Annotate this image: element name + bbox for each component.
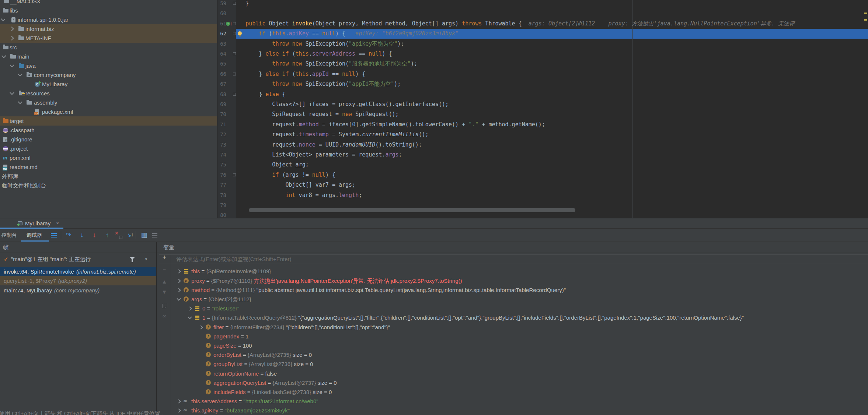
tree-chevron-icon[interactable] — [175, 276, 183, 285]
variable-row[interactable]: fincludeFields = {LinkedHashSet@2738} si… — [198, 387, 332, 397]
tab-console[interactable]: 控制台 — [1, 229, 17, 242]
override-method-icon[interactable]: ↑ — [226, 22, 230, 26]
view-menu-icon[interactable] — [49, 229, 59, 242]
line-number[interactable]: 62 — [217, 29, 226, 39]
thread-selector[interactable]: ✓ "main"@1 在组 "main": 正在运行 ▼ — [0, 254, 156, 264]
evaluate-expression-icon[interactable]: ▦ — [139, 229, 149, 242]
tree-chevron-icon[interactable] — [175, 406, 183, 415]
drop-frame-icon[interactable]: × — [114, 229, 124, 242]
add-watch-icon[interactable]: + — [160, 254, 169, 261]
watch-input[interactable]: 评估表达式(Enter)或添加监视(Ctrl+Shift+Enter) — [159, 254, 868, 264]
project-tree-item[interactable]: .gitignore — [0, 135, 217, 144]
variable-row[interactable]: freturnOptionName = false — [198, 369, 277, 378]
variable-row[interactable]: ∞this.apiKey = "b6f2a9qmj026zs3mi85yk" — [175, 406, 290, 415]
line-number[interactable]: 66 — [217, 69, 226, 79]
frame-row[interactable]: invoke:64, SpiRemoteInvoke(informat.biz.… — [0, 267, 156, 276]
copy-icon[interactable] — [162, 304, 166, 308]
variable-row[interactable]: fpageSize = 100 — [198, 341, 252, 350]
tree-chevron-icon[interactable] — [175, 397, 183, 406]
line-number[interactable]: 60 — [217, 8, 226, 18]
line-number[interactable]: 67 — [217, 79, 226, 89]
frame-row[interactable]: queryList:-1, $Proxy7(jdk.proxy2) — [0, 276, 156, 285]
code-line[interactable]: 60 — [217, 8, 868, 18]
code-line[interactable]: 64 } else if (this.serverAddress == null… — [217, 49, 868, 59]
project-tree-item[interactable]: resources — [0, 89, 217, 98]
line-number[interactable]: 61 — [217, 19, 226, 29]
variable-row[interactable]: fpageIndex = 1 — [198, 332, 249, 341]
line-number[interactable]: 72 — [217, 130, 226, 140]
project-tree-item[interactable]: main — [0, 52, 217, 61]
force-step-into-icon[interactable]: ↓ — [89, 229, 100, 242]
line-number[interactable]: 70 — [217, 109, 226, 119]
tree-chevron-icon[interactable] — [175, 295, 183, 304]
line-number[interactable]: 69 — [217, 99, 226, 109]
project-tree-item[interactable]: __MACOSX — [0, 0, 217, 6]
code-line[interactable]: 66 } else if (this.appId == null) { — [217, 69, 868, 79]
dismiss-status-icon[interactable]: × — [204, 410, 207, 415]
code-line[interactable]: 77 Object[] var7 = args; — [217, 180, 868, 190]
show-watches-icon[interactable]: ∞ — [160, 313, 169, 319]
line-number[interactable]: 79 — [217, 200, 226, 210]
variable-row[interactable]: forderByList = {ArrayList@2735} size = 0 — [198, 350, 312, 359]
variable-row[interactable]: pargs = {Object[2]@1112} — [175, 295, 251, 304]
code-line[interactable]: 74 List<Object> parameters = request.arg… — [217, 150, 868, 160]
line-number[interactable]: 73 — [217, 140, 226, 150]
run-to-cursor-icon[interactable]: ↘I — [125, 229, 135, 242]
tree-chevron-icon[interactable] — [175, 267, 183, 276]
filter-funnel-icon[interactable] — [130, 257, 135, 260]
move-down-icon[interactable]: ▼ — [160, 289, 169, 295]
line-number[interactable]: 75 — [217, 160, 226, 170]
tree-chevron-icon[interactable] — [187, 313, 194, 322]
tree-chevron-icon[interactable] — [175, 285, 183, 295]
frame-row[interactable]: main:74, MyLibaray(com.mycompany) — [0, 286, 156, 295]
project-tree-item[interactable]: mpom.xml — [0, 153, 217, 162]
variable-row[interactable]: 1 = {InformatTableRecordQuery@812} "{"ag… — [187, 313, 744, 322]
project-tree-item[interactable]: CMyLibaray — [0, 80, 217, 89]
remove-watch-icon[interactable]: − — [160, 266, 169, 272]
line-number[interactable]: 77 — [217, 180, 226, 190]
variable-row[interactable]: pmethod = {Method@1111} "public abstract… — [175, 285, 566, 295]
project-tree-item[interactable]: com.mycompany — [0, 70, 217, 80]
project-tree-item[interactable]: 临时文件和控制台 — [0, 181, 217, 190]
code-line[interactable]: 69 Class<?>[] ifaces = proxy.getClass().… — [217, 99, 868, 109]
code-line[interactable]: 65 throw new SpiException("服务器的地址不能为空"); — [217, 59, 868, 69]
code-line[interactable]: 59 } — [217, 0, 868, 8]
project-tree-item[interactable]: 外部库 — [0, 172, 217, 181]
project-tree-item[interactable]: libs — [0, 6, 217, 15]
layout-settings-icon[interactable] — [150, 229, 160, 242]
project-tree-item[interactable]: target — [0, 116, 217, 126]
line-number[interactable]: 65 — [217, 59, 226, 69]
project-tree-item[interactable]: MDreadme.md — [0, 162, 217, 172]
variable-row[interactable]: 0 = "rolesUser" — [187, 304, 239, 313]
debug-session-tab[interactable]: MyLibaray × — [0, 218, 63, 229]
project-tree-item[interactable]: informat-spi-1.0.0.jar — [0, 15, 217, 24]
project-tree-item[interactable]: informat.biz — [0, 24, 217, 34]
code-line[interactable]: 76 if (args != null) { — [217, 170, 868, 180]
line-number[interactable]: 74 — [217, 150, 226, 160]
code-line[interactable]: 62 if (this.apiKey == null) { apiKey: "b… — [217, 29, 868, 39]
line-number[interactable]: 76 — [217, 170, 226, 180]
line-number[interactable]: 71 — [217, 120, 226, 130]
tree-chevron-icon[interactable] — [187, 304, 194, 313]
horizontal-scrollbar[interactable] — [249, 208, 575, 212]
code-line[interactable]: 61↑↑ public Object invoke(Object proxy, … — [217, 19, 868, 29]
project-tree-item[interactable]: assembly — [0, 98, 217, 107]
line-number[interactable]: 80 — [217, 210, 226, 218]
tab-debugger[interactable]: 调试器 — [27, 229, 42, 242]
variable-row[interactable]: faggregationQueryList = {ArrayList@2737}… — [198, 378, 337, 387]
tree-chevron-icon[interactable] — [198, 323, 205, 332]
code-line[interactable]: 63 throw new SpiException("apikey不能为空"); — [217, 39, 868, 49]
code-line[interactable]: 72 request.timestamp = System.currentTim… — [217, 130, 868, 140]
step-over-icon[interactable]: ↷ — [63, 229, 74, 242]
move-up-icon[interactable]: ▲ — [160, 278, 169, 285]
line-number[interactable]: 68 — [217, 89, 226, 99]
code-line[interactable]: 71 request.method = ifaces[0].getSimpleN… — [217, 120, 868, 130]
variable-row[interactable]: pproxy = {$Proxy7@1110} 方法抛出'java.lang.N… — [175, 276, 462, 285]
project-tree-item[interactable]: <>package.xml — [0, 107, 217, 116]
code-editor[interactable]: 59 }6061↑↑ public Object invoke(Object p… — [217, 0, 868, 218]
code-line[interactable]: 78 int var8 = args.length; — [217, 190, 868, 200]
chevron-down-icon[interactable]: ▼ — [144, 254, 148, 264]
close-session-icon[interactable]: × — [56, 218, 59, 228]
panel-divider[interactable] — [156, 242, 157, 415]
line-number[interactable]: 59 — [217, 0, 226, 8]
